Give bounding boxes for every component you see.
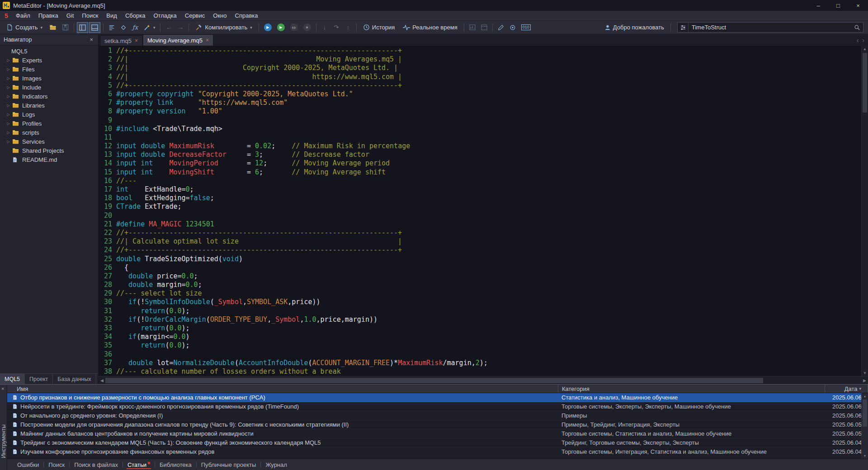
code-line[interactable]: 26 {: [99, 263, 861, 272]
chevron-right-icon[interactable]: ▷: [5, 103, 12, 108]
chevron-right-icon[interactable]: ▷: [5, 94, 12, 99]
wizard-button[interactable]: ▾: [142, 22, 158, 33]
line-number[interactable]: 16: [99, 177, 112, 185]
history-button[interactable]: История: [359, 22, 398, 33]
menu-item[interactable]: Правка: [34, 11, 62, 20]
menu-item[interactable]: Поиск: [78, 11, 102, 20]
code-line[interactable]: 5//+------------------------------------…: [99, 81, 861, 90]
scroll-left-icon[interactable]: ◀: [100, 378, 104, 383]
code-line[interactable]: 16//---: [99, 177, 861, 185]
article-row[interactable]: Отбор признаков и снижение размерности с…: [7, 393, 868, 402]
tree-item[interactable]: ▷Include: [0, 83, 98, 92]
navigator-tab[interactable]: MQL5: [0, 374, 25, 384]
chevron-right-icon[interactable]: ▷: [5, 113, 12, 117]
line-number[interactable]: 11: [99, 133, 112, 142]
article-row[interactable]: Нейросети в трейдинге: Фреймворк кросс-д…: [7, 402, 868, 411]
code-line[interactable]: 3//| Copyright 2000-2025, MetaQuotes Ltd…: [99, 64, 861, 72]
tree-item[interactable]: ▷Services: [0, 137, 98, 146]
code-line[interactable]: 15input int MovingShift = 6; // Moving A…: [99, 168, 861, 177]
scroll-up-icon[interactable]: ▲: [862, 46, 868, 52]
articles-vscrollbar[interactable]: ▲ ▼: [861, 393, 868, 459]
new-file-button[interactable]: Создать ▾: [3, 22, 46, 33]
tree-item[interactable]: README.md: [0, 155, 98, 164]
search-filter-button[interactable]: [678, 23, 689, 32]
code-line[interactable]: 19CTrade ExtTrade;: [99, 202, 861, 211]
hscroll-track[interactable]: [105, 378, 861, 383]
menu-item[interactable]: Git: [62, 11, 78, 20]
line-number[interactable]: 34: [99, 333, 112, 341]
line-number[interactable]: 4: [99, 73, 112, 81]
debug-realtime-button[interactable]: ▶: [262, 22, 274, 33]
toggle-toolbox-button[interactable]: [89, 22, 100, 33]
tools-tab[interactable]: Публичные проекты: [197, 459, 261, 470]
code-line[interactable]: 7#property link "https://www.mql5.com": [99, 99, 861, 107]
line-number[interactable]: 18: [99, 194, 112, 202]
article-row[interactable]: Майнинг данных балансов центробанков и п…: [7, 429, 868, 438]
styler-button[interactable]: [106, 22, 117, 33]
scroll-right-icon[interactable]: ▶: [863, 378, 866, 383]
line-number[interactable]: 32: [99, 315, 112, 324]
code-line[interactable]: 25double TradeSizeOptimized(void): [99, 255, 861, 263]
code-line[interactable]: 22//+-----------------------------------…: [99, 229, 861, 237]
search-icon[interactable]: [851, 24, 863, 31]
line-number[interactable]: 26: [99, 263, 112, 272]
code-line[interactable]: 10#include <Trade\Trade.mqh>: [99, 125, 861, 133]
line-number[interactable]: 38: [99, 367, 112, 376]
code-line[interactable]: 2//| Moving Averages.mq5 |: [99, 55, 861, 64]
chevron-right-icon[interactable]: ▷: [5, 85, 12, 89]
line-number[interactable]: 36: [99, 350, 112, 359]
debug-pause-button[interactable]: ▮▮: [288, 22, 300, 33]
debug-history-button[interactable]: ▶: [275, 22, 287, 33]
tree-item[interactable]: ▷Images: [0, 74, 98, 83]
line-number[interactable]: 37: [99, 359, 112, 367]
code-editor[interactable]: 1//+------------------------------------…: [99, 46, 861, 376]
line-number[interactable]: 27: [99, 272, 112, 281]
navigator-tab[interactable]: Проект: [25, 374, 53, 384]
tools-tab[interactable]: Библиотека: [155, 459, 196, 470]
tree-root[interactable]: MQL5: [0, 47, 98, 56]
menu-item[interactable]: Отладка: [149, 11, 180, 20]
tools-tab[interactable]: Журнал: [261, 459, 291, 470]
code-line[interactable]: 21#define MA_MAGIC 1234501: [99, 220, 861, 229]
article-row[interactable]: Построение модели для ограничения диапаз…: [7, 420, 868, 429]
code-line[interactable]: 11: [99, 133, 861, 142]
column-header-category[interactable]: Категория: [558, 385, 825, 393]
step-out-button[interactable]: ↑: [343, 22, 354, 33]
code-line[interactable]: 27 double price=0.0;: [99, 272, 861, 281]
line-number[interactable]: 30: [99, 298, 112, 306]
tree-item[interactable]: ▷Experts: [0, 56, 98, 65]
code-line[interactable]: 13input double DecreaseFactor = 3; // De…: [99, 150, 861, 159]
menu-item[interactable]: Файл: [12, 11, 34, 20]
code-line[interactable]: 8#property version "1.00": [99, 107, 861, 116]
code-line[interactable]: 37 double lot=NormalizeDouble(AccountInf…: [99, 359, 861, 367]
line-number[interactable]: 7: [99, 99, 112, 107]
code-line[interactable]: 35 return(0.0);: [99, 341, 861, 350]
tree-item[interactable]: ▷Profiles: [0, 119, 98, 128]
line-number[interactable]: 5: [99, 81, 112, 90]
code-line[interactable]: 28 double margin=0.0;: [99, 281, 861, 289]
code-line[interactable]: 12input double MaximumRisk = 0.02; // Ma…: [99, 142, 861, 150]
line-number[interactable]: 28: [99, 281, 112, 289]
menu-item[interactable]: Справка: [231, 11, 262, 20]
line-number[interactable]: 31: [99, 307, 112, 315]
line-number[interactable]: 21: [99, 220, 112, 229]
back-button[interactable]: ←: [163, 22, 174, 33]
code-line[interactable]: 1//+------------------------------------…: [99, 47, 861, 55]
save-button[interactable]: [60, 22, 71, 33]
menu-item[interactable]: Вид: [102, 11, 121, 20]
menu-item[interactable]: Сервис: [181, 11, 209, 20]
line-number[interactable]: 20: [99, 212, 112, 220]
line-number[interactable]: 15: [99, 168, 112, 177]
welcome-button[interactable]: Добро пожаловать: [601, 22, 668, 33]
step-over-button[interactable]: ↷: [331, 22, 342, 33]
line-number[interactable]: 2: [99, 55, 112, 64]
code-line[interactable]: 14input int MovingPeriod = 12; // Moving…: [99, 159, 861, 168]
column-header-name[interactable]: Имя: [7, 385, 558, 392]
tab-scroll-right-icon[interactable]: ›: [862, 37, 864, 44]
debug-stop-button[interactable]: ■: [301, 22, 313, 33]
line-number[interactable]: 22: [99, 229, 112, 237]
snippets-button[interactable]: [118, 22, 129, 33]
line-number[interactable]: 17: [99, 185, 112, 194]
code-line[interactable]: 32 if(!OrderCalcMargin(ORDER_TYPE_BUY,_S…: [99, 315, 861, 324]
tree-item[interactable]: Shared Projects: [0, 146, 98, 155]
